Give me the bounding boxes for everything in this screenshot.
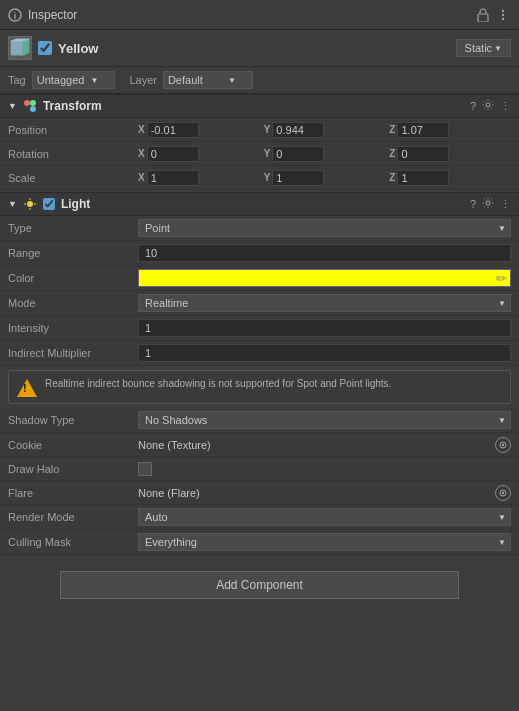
shadow-type-label: Shadow Type xyxy=(8,414,138,426)
color-field-wrapper: ✏ xyxy=(138,269,511,287)
light-title: Light xyxy=(61,197,464,211)
tag-dropdown-arrow: ▼ xyxy=(86,76,98,85)
svg-point-4 xyxy=(502,13,504,15)
svg-point-10 xyxy=(30,106,36,112)
lock-icon[interactable] xyxy=(475,7,491,23)
scale-x-label: X xyxy=(138,172,145,183)
position-row: Position X Y Z xyxy=(0,118,519,142)
color-row: Color ✏ xyxy=(0,266,519,291)
svg-text:i: i xyxy=(14,11,17,21)
svg-marker-7 xyxy=(23,39,29,55)
scale-y-input[interactable] xyxy=(272,170,324,186)
scale-z-label: Z xyxy=(389,172,395,183)
mode-dropdown-arrow: ▼ xyxy=(498,299,506,308)
transform-icon xyxy=(23,99,37,113)
scale-label: Scale xyxy=(8,172,138,184)
tag-dropdown[interactable]: Untagged ▼ xyxy=(32,71,116,89)
add-component-button[interactable]: Add Component xyxy=(60,571,459,599)
render-mode-row: Render Mode Auto ▼ xyxy=(0,505,519,530)
flare-row: Flare None (Flare) xyxy=(0,481,519,505)
light-arrow-icon: ▼ xyxy=(8,199,17,209)
shadow-type-dropdown[interactable]: No Shadows ▼ xyxy=(138,411,511,429)
rotation-xyz: X Y Z xyxy=(138,146,511,162)
transform-menu-icon[interactable]: ⋮ xyxy=(500,100,511,113)
flare-label: Flare xyxy=(8,487,138,499)
mode-dropdown[interactable]: Realtime ▼ xyxy=(138,294,511,312)
light-properties-2: Shadow Type No Shadows ▼ Cookie None (Te… xyxy=(0,408,519,555)
type-label: Type xyxy=(8,222,138,234)
transform-settings-icon[interactable] xyxy=(482,99,494,113)
pos-y-input[interactable] xyxy=(272,122,324,138)
rot-z-label: Z xyxy=(389,148,395,159)
cookie-value: None (Texture) xyxy=(138,439,491,451)
pos-y-label: Y xyxy=(264,124,271,135)
menu-icon[interactable] xyxy=(495,7,511,23)
type-dropdown[interactable]: Point ▼ xyxy=(138,219,511,237)
pos-x-field: X xyxy=(138,122,260,138)
scale-xyz: X Y Z xyxy=(138,170,511,186)
object-enabled-checkbox[interactable] xyxy=(38,41,52,55)
rotation-label: Rotation xyxy=(8,148,138,160)
scale-z-input[interactable] xyxy=(397,170,449,186)
rot-y-input[interactable] xyxy=(272,146,324,162)
scale-y-label: Y xyxy=(264,172,271,183)
range-input[interactable] xyxy=(138,244,511,262)
intensity-input[interactable] xyxy=(138,319,511,337)
cookie-row: Cookie None (Texture) xyxy=(0,433,519,457)
pos-z-input[interactable] xyxy=(397,122,449,138)
inspector-icon: i xyxy=(8,8,22,22)
tag-label: Tag xyxy=(8,74,26,86)
culling-mask-label: Culling Mask xyxy=(8,536,138,548)
cookie-field: None (Texture) xyxy=(138,437,511,453)
light-controls: ? ⋮ xyxy=(470,197,511,211)
rot-z-input[interactable] xyxy=(397,146,449,162)
flare-value: None (Flare) xyxy=(138,487,491,499)
light-settings-icon[interactable] xyxy=(482,197,494,211)
svg-point-20 xyxy=(502,443,504,445)
object-icon xyxy=(8,36,32,60)
transform-help-icon[interactable]: ? xyxy=(470,100,476,112)
rot-y-field: Y xyxy=(264,146,386,162)
mode-row: Mode Realtime ▼ xyxy=(0,291,519,316)
transform-section-header[interactable]: ▼ Transform ? ⋮ xyxy=(0,94,519,118)
svg-rect-2 xyxy=(478,14,488,22)
culling-mask-dropdown[interactable]: Everything ▼ xyxy=(138,533,511,551)
transform-title: Transform xyxy=(43,99,464,113)
rot-x-label: X xyxy=(138,148,145,159)
layer-dropdown[interactable]: Default ▼ xyxy=(163,71,253,89)
draw-halo-checkbox[interactable] xyxy=(138,462,152,476)
svg-point-5 xyxy=(502,17,504,19)
draw-halo-row: Draw Halo xyxy=(0,457,519,481)
transform-properties: Position X Y Z Rotation X Y xyxy=(0,118,519,190)
shadow-type-row: Shadow Type No Shadows ▼ xyxy=(0,408,519,433)
light-enabled-checkbox[interactable] xyxy=(43,198,55,210)
light-section-header[interactable]: ▼ Light ? ⋮ xyxy=(0,192,519,216)
warning-text: Realtime indirect bounce shadowing is no… xyxy=(45,377,391,391)
scale-row: Scale X Y Z xyxy=(0,166,519,190)
mode-label: Mode xyxy=(8,297,138,309)
light-help-icon[interactable]: ? xyxy=(470,198,476,210)
rotation-row: Rotation X Y Z xyxy=(0,142,519,166)
inspector-title: Inspector xyxy=(28,8,77,22)
render-mode-dropdown[interactable]: Auto ▼ xyxy=(138,508,511,526)
warning-box: Realtime indirect bounce shadowing is no… xyxy=(8,370,511,404)
color-eyedropper-icon[interactable]: ✏ xyxy=(496,271,507,286)
scale-z-field: Z xyxy=(389,170,511,186)
scale-x-field: X xyxy=(138,170,260,186)
indirect-label: Indirect Multiplier xyxy=(8,347,138,359)
svg-point-9 xyxy=(24,100,30,106)
color-picker[interactable] xyxy=(138,269,511,287)
static-button[interactable]: Static ▼ xyxy=(456,39,511,57)
indirect-input[interactable] xyxy=(138,344,511,362)
cookie-select-icon[interactable] xyxy=(495,437,511,453)
object-header: Yellow Static ▼ xyxy=(0,30,519,67)
scale-x-input[interactable] xyxy=(147,170,199,186)
flare-select-icon[interactable] xyxy=(495,485,511,501)
warning-triangle xyxy=(17,379,37,397)
light-menu-icon[interactable]: ⋮ xyxy=(500,198,511,211)
pos-x-input[interactable] xyxy=(147,122,199,138)
rot-x-input[interactable] xyxy=(147,146,199,162)
title-bar: i Inspector xyxy=(0,0,519,30)
flare-field: None (Flare) xyxy=(138,485,511,501)
intensity-label: Intensity xyxy=(8,322,138,334)
